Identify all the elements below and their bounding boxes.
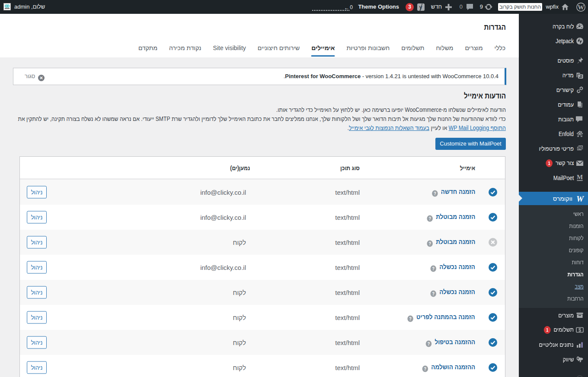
svg-text:M: M <box>577 174 583 181</box>
svg-text:W: W <box>576 194 584 203</box>
svg-text:W: W <box>578 4 584 11</box>
svg-text:$: $ <box>578 327 581 333</box>
